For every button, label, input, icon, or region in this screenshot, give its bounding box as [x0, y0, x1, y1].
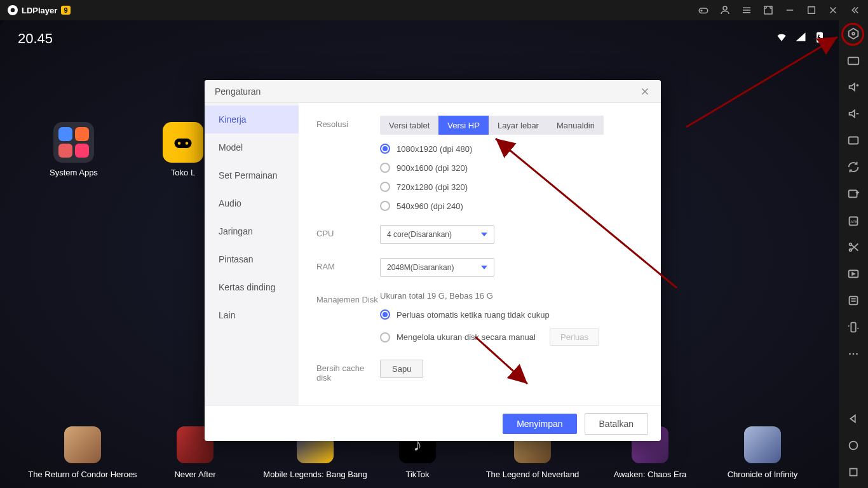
svg-point-49 — [856, 353, 858, 355]
dock-label: The Legend of Neverland — [475, 470, 590, 479]
dock-label: The Return of Condor Heroes — [25, 470, 140, 479]
app-logo: LDPlayer 9 — [8, 5, 71, 15]
settings-content: Resolusi Versi tablet Versi HP Layar leb… — [299, 103, 661, 405]
tab-custom[interactable]: Manualdiri — [548, 116, 604, 135]
sidebar-item-audio[interactable]: Audio — [205, 189, 299, 217]
modal-close-icon[interactable] — [639, 86, 651, 97]
svg-marker-20 — [849, 29, 858, 39]
radio-label: 900x1600 (dpi 320) — [397, 163, 468, 173]
radio-label: 1080x1920 (dpi 480) — [397, 144, 472, 154]
sidebar-item-game[interactable]: Set Permainan — [205, 161, 299, 189]
svg-point-16 — [178, 142, 181, 145]
dock-label: Mobile Legends: Bang Bang — [252, 470, 379, 479]
right-toolbar: APK — [839, 20, 868, 488]
settings-modal: Pengaturan Kinerja Model Set Permainan A… — [205, 80, 661, 441]
svg-rect-11 — [808, 7, 815, 14]
script-icon[interactable] — [846, 294, 860, 308]
shake-icon[interactable] — [846, 320, 860, 334]
svg-point-35 — [850, 243, 852, 246]
home-icon[interactable] — [846, 438, 860, 452]
sidebar-item-network[interactable]: Jaringan — [205, 217, 299, 245]
dock-app[interactable]: The Return of Condor Heroes — [25, 426, 140, 479]
maximize-icon[interactable] — [806, 4, 817, 16]
fullscreen-toggle-icon[interactable] — [846, 133, 860, 147]
collapse-sidebar-icon[interactable] — [849, 4, 860, 16]
system-apps-folder[interactable]: System Apps — [50, 122, 98, 177]
wifi-icon — [775, 30, 788, 43]
apk-icon[interactable]: APK — [846, 214, 860, 227]
resolution-option-1080[interactable]: 1080x1920 (dpi 480) — [380, 144, 643, 154]
settings-sidebar: Kinerja Model Set Permainan Audio Jaring… — [205, 103, 299, 405]
expand-disk-button: Perluas — [550, 329, 599, 346]
volume-down-icon[interactable] — [846, 107, 860, 121]
radio-label: Mengelola ukuran disk secara manual — [397, 332, 536, 342]
emulator-screen: 20.45 System Apps Toko L The Return of C… — [0, 20, 839, 488]
back-icon[interactable] — [846, 412, 860, 426]
more-icon[interactable] — [846, 347, 860, 361]
disk-option-manual[interactable]: Mengelola ukuran disk secara manual Perl… — [380, 329, 643, 346]
titlebar-controls — [698, 4, 860, 16]
svg-point-1 — [11, 8, 15, 13]
ram-select[interactable]: 2048M(Disarankan) — [380, 258, 494, 277]
scissors-icon[interactable] — [846, 240, 860, 254]
app-label: System Apps — [50, 168, 98, 177]
sync-icon[interactable] — [846, 160, 860, 174]
battery-icon — [813, 30, 826, 43]
cpu-label: CPU — [316, 225, 380, 244]
modal-footer: Menyimpan Batalkan — [205, 405, 661, 441]
menu-icon[interactable] — [741, 4, 752, 16]
dock-label: Awaken: Chaos Era — [602, 470, 698, 479]
modal-title: Pengaturan — [215, 86, 261, 97]
tab-wide[interactable]: Layar lebar — [489, 116, 548, 135]
record-icon[interactable] — [846, 267, 860, 281]
sidebar-item-model[interactable]: Model — [205, 133, 299, 161]
minimize-icon[interactable] — [784, 4, 796, 16]
svg-point-5 — [723, 6, 727, 10]
disk-option-auto[interactable]: Perluas otomatis ketika ruang tidak cuku… — [380, 309, 643, 320]
gamepad-icon[interactable] — [698, 4, 709, 16]
svg-rect-22 — [848, 57, 859, 64]
ram-value: 2048M(Disarankan) — [387, 263, 454, 272]
dock-label: Chronicle of Infinity — [712, 470, 813, 479]
svg-marker-40 — [852, 273, 855, 275]
multi-instance-icon[interactable] — [846, 187, 860, 201]
dock-label: TikTok — [383, 470, 452, 479]
resolution-option-900[interactable]: 900x1600 (dpi 320) — [380, 163, 643, 173]
radio-icon — [380, 144, 390, 154]
logo-icon — [8, 5, 18, 15]
modal-titlebar: Pengaturan — [205, 80, 661, 103]
svg-point-50 — [850, 442, 858, 450]
sidebar-item-performance[interactable]: Kinerja — [205, 105, 299, 133]
volume-up-icon[interactable] — [846, 80, 860, 94]
fullscreen-icon[interactable] — [763, 4, 774, 16]
tab-tablet[interactable]: Versi tablet — [380, 116, 438, 135]
app-name: LDPlayer — [22, 6, 57, 15]
resolution-option-720[interactable]: 720x1280 (dpi 320) — [380, 182, 643, 192]
svg-rect-44 — [851, 323, 855, 332]
close-icon[interactable] — [827, 4, 839, 16]
keyboard-icon[interactable] — [846, 53, 860, 67]
radio-icon — [380, 163, 390, 173]
cpu-select[interactable]: 4 core(Disarankan) — [380, 225, 494, 244]
dock-app[interactable]: Chronicle of Infinity — [712, 426, 813, 479]
resolution-option-540[interactable]: 540x960 (dpi 240) — [380, 201, 643, 211]
tab-phone[interactable]: Versi HP — [438, 116, 489, 135]
sidebar-item-other[interactable]: Lain — [205, 301, 299, 329]
sidebar-item-wallpaper[interactable]: Kertas dinding — [205, 273, 299, 301]
svg-point-17 — [186, 142, 189, 145]
clear-cache-button[interactable]: Sapu — [380, 360, 423, 378]
svg-point-48 — [853, 353, 855, 355]
app-label: Toko L — [163, 168, 203, 177]
svg-rect-9 — [764, 6, 772, 14]
cancel-button[interactable]: Batalkan — [585, 413, 648, 435]
user-icon[interactable] — [719, 4, 731, 16]
svg-point-47 — [849, 353, 851, 355]
sidebar-item-shortcut[interactable]: Pintasan — [205, 245, 299, 273]
store-app[interactable]: Toko L — [163, 122, 203, 177]
recent-icon[interactable] — [846, 465, 860, 479]
settings-hexagon-icon[interactable] — [846, 27, 860, 41]
svg-rect-2 — [699, 8, 708, 13]
cache-label: Bersih cache disk — [316, 360, 380, 383]
save-button[interactable]: Menyimpan — [503, 414, 576, 434]
ram-label: RAM — [316, 258, 380, 277]
